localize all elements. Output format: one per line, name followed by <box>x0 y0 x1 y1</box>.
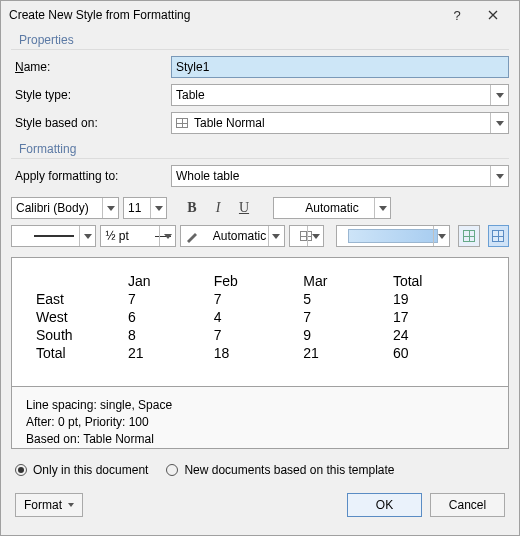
bold-button[interactable]: B <box>181 197 203 219</box>
help-button[interactable]: ? <box>439 2 475 28</box>
apply-to-combo[interactable]: Whole table <box>171 165 509 187</box>
style-description: Line spacing: single, Space After: 0 pt,… <box>11 387 509 449</box>
font-size-combo[interactable]: 11 <box>123 197 167 219</box>
chevron-down-icon <box>164 234 172 239</box>
format-button[interactable]: Format <box>15 493 83 517</box>
chevron-down-icon <box>272 234 280 239</box>
radio-new-docs-template[interactable]: New documents based on this template <box>166 463 394 477</box>
close-icon <box>488 10 498 20</box>
bold-icon: B <box>187 200 196 216</box>
style-type-combo[interactable]: Table <box>171 84 509 106</box>
border-toolbar: ½ pt Automatic <box>11 225 509 247</box>
font-value: Calibri (Body) <box>16 201 89 215</box>
italic-button[interactable]: I <box>207 197 229 219</box>
cancel-label: Cancel <box>449 498 486 512</box>
preview-pane: Jan Feb Mar Total East77519 West64717 So… <box>11 257 509 387</box>
preview-mode-1[interactable] <box>458 225 479 247</box>
label-name: Name: <box>11 60 171 74</box>
dialog: Create New Style from Formatting ? Prope… <box>0 0 520 536</box>
underline-icon: U <box>239 200 249 216</box>
radio-only-this-doc[interactable]: Only in this document <box>15 463 148 477</box>
cells-icon <box>463 230 475 242</box>
close-button[interactable] <box>475 2 511 28</box>
desc-line: Based on: Table Normal <box>26 431 494 448</box>
chevron-down-icon <box>379 206 387 211</box>
table-row: Jan Feb Mar Total <box>30 272 490 290</box>
radio-label: Only in this document <box>33 463 148 477</box>
radio-icon <box>166 464 178 476</box>
cancel-button[interactable]: Cancel <box>430 493 505 517</box>
line-weight-combo[interactable]: ½ pt <box>100 225 176 247</box>
label-style-type: Style type: <box>11 88 171 102</box>
chevron-down-icon <box>496 93 504 98</box>
table-row: Total21182160 <box>30 344 490 362</box>
apply-to-value: Whole table <box>176 169 239 183</box>
section-properties: Properties <box>11 29 509 50</box>
chevron-down-icon <box>496 121 504 126</box>
titlebar: Create New Style from Formatting ? <box>1 1 519 29</box>
line-style-combo[interactable] <box>11 225 96 247</box>
preview-table: Jan Feb Mar Total East77519 West64717 So… <box>30 272 490 362</box>
desc-line: Line spacing: single, Space <box>26 397 494 414</box>
format-label: Format <box>24 498 62 512</box>
chevron-down-icon <box>312 234 320 239</box>
preview-mode-2[interactable] <box>488 225 509 247</box>
chevron-down-icon <box>84 234 92 239</box>
desc-line: After: 0 pt, Priority: 100 <box>26 414 494 431</box>
borders-combo[interactable] <box>289 225 324 247</box>
font-color-combo[interactable]: Automatic <box>273 197 391 219</box>
chevron-down-icon <box>438 234 446 239</box>
chevron-down-icon <box>68 503 74 507</box>
table-row: West64717 <box>30 308 490 326</box>
chevron-down-icon <box>496 174 504 179</box>
style-based-on-value: Table Normal <box>194 116 265 130</box>
label-apply-to: Apply formatting to: <box>11 169 171 183</box>
line-color-combo[interactable]: Automatic <box>180 225 285 247</box>
style-type-value: Table <box>176 88 205 102</box>
shading-combo[interactable] <box>336 225 450 247</box>
ok-button[interactable]: OK <box>347 493 422 517</box>
shading-swatch <box>348 229 438 243</box>
radio-icon <box>15 464 27 476</box>
cells-icon <box>492 230 504 242</box>
style-based-on-combo[interactable]: Table Normal <box>171 112 509 134</box>
font-combo[interactable]: Calibri (Body) <box>11 197 119 219</box>
label-style-based-on: Style based on: <box>11 116 171 130</box>
section-formatting: Formatting <box>11 138 509 159</box>
dialog-title: Create New Style from Formatting <box>9 8 439 22</box>
button-row: Format OK Cancel <box>11 493 509 527</box>
chevron-down-icon <box>155 206 163 211</box>
line-style-icon <box>34 235 74 237</box>
font-size-value: 11 <box>128 201 141 215</box>
ok-label: OK <box>376 498 393 512</box>
font-color-value: Automatic <box>278 201 386 215</box>
scope-radios: Only in this document New documents base… <box>11 449 509 493</box>
font-toolbar: Calibri (Body) 11 B I U Automatic <box>11 197 509 219</box>
italic-icon: I <box>216 200 221 216</box>
underline-button[interactable]: U <box>233 197 255 219</box>
chevron-down-icon <box>107 206 115 211</box>
table-row: East77519 <box>30 290 490 308</box>
table-row: South87924 <box>30 326 490 344</box>
table-icon <box>176 118 188 128</box>
name-input[interactable] <box>171 56 509 78</box>
line-weight-value: ½ pt <box>105 229 128 243</box>
pen-icon <box>185 229 199 243</box>
radio-label: New documents based on this template <box>184 463 394 477</box>
